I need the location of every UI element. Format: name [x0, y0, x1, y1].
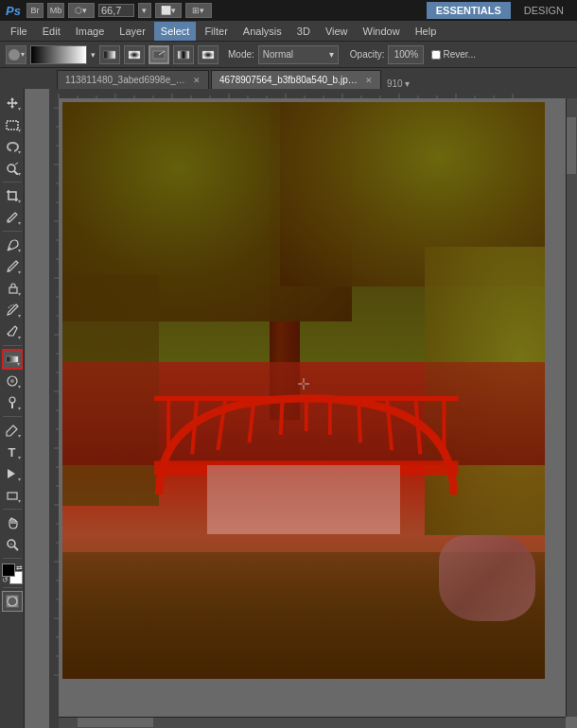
mode-dropdown-arrow: ▾	[329, 49, 334, 60]
menu-analysis[interactable]: Analysis	[236, 22, 288, 41]
title-bar-icons: Br Mb ⬡▾ ▾ ⬜▾ ⊞▾	[26, 3, 212, 18]
tool-gradient[interactable]: ▾	[2, 349, 23, 370]
svg-rect-6	[7, 121, 18, 130]
ruler-horizontal	[49, 89, 577, 98]
gradient-angle-btn[interactable]	[149, 45, 169, 64]
tool-marquee[interactable]: ▾	[2, 114, 23, 135]
tool-blur[interactable]: ▾	[2, 371, 23, 391]
svg-point-18	[9, 397, 15, 403]
gradient-linear-btn[interactable]	[99, 45, 120, 64]
menu-window[interactable]: Window	[357, 22, 407, 41]
tab-second-image[interactable]: 4678907564_b3fb80a540_b.jpg @ 66,7% (Qui…	[211, 70, 381, 89]
mode-select[interactable]: Normal ▾	[258, 45, 339, 64]
workspace-icon[interactable]: ⬡▾	[68, 3, 95, 18]
tabs-bar: 113811480_3abed6998e_z.jpg ✕ 4678907564_…	[0, 68, 577, 89]
ps-logo: Ps	[6, 4, 21, 18]
bridge-btn[interactable]: Br	[26, 3, 44, 18]
gradient-preset[interactable]	[30, 45, 87, 64]
toolbar-divider-2	[3, 231, 22, 232]
dodge-tool-arrow: ▾	[18, 405, 21, 411]
zoom-dropdown[interactable]: ▾	[138, 3, 151, 18]
blur-tool-arrow: ▾	[18, 383, 21, 390]
main-area: ▾ ▾ ▾ ▾ ▾ ▾ ▾	[0, 89, 577, 728]
gradient-diamond-btn[interactable]	[198, 45, 219, 64]
path-select-tool-arrow: ▾	[18, 476, 21, 482]
scrollbar-v-thumb[interactable]	[567, 117, 576, 174]
tool-dodge[interactable]: ▾	[2, 392, 23, 413]
tool-lasso[interactable]: ▾	[2, 136, 23, 157]
scrollbar-h-thumb[interactable]	[78, 718, 153, 727]
tool-crop[interactable]: ▾	[2, 185, 23, 206]
mode-value: Normal	[263, 49, 293, 60]
stamp-tool-arrow: ▾	[18, 290, 21, 297]
tool-quickmask[interactable]	[2, 591, 23, 612]
opacity-value[interactable]: 100%	[388, 45, 424, 64]
toolbar-divider-4	[3, 416, 22, 417]
gradient-dropdown-arrow[interactable]: ▾	[91, 50, 96, 60]
tool-quick-select[interactable]: ▾	[2, 158, 23, 179]
svg-point-7	[8, 165, 15, 172]
minibridge-btn[interactable]: Mb	[47, 3, 64, 18]
tool-shape[interactable]: ▾	[2, 485, 23, 506]
tool-zoom[interactable]: +	[2, 534, 23, 555]
title-bar-right: ESSENTIALS DESIGN	[427, 2, 571, 19]
gradient-radial-btn[interactable]	[124, 45, 145, 64]
tab-second-label: 4678907564_b3fb80a540_b.jpg @ 66,7% (Qui…	[219, 75, 360, 85]
extra-controls[interactable]: ⊞▾	[185, 3, 212, 18]
canvas-wrapper	[62, 102, 545, 679]
image-background	[62, 102, 545, 679]
marquee-tool-arrow: ▾	[18, 127, 21, 133]
menu-edit[interactable]: Edit	[36, 22, 67, 41]
menu-3d[interactable]: 3D	[290, 22, 317, 41]
scrollbar-horizontal[interactable]	[59, 717, 566, 728]
menu-select[interactable]: Select	[154, 22, 197, 41]
swap-colors-icon[interactable]: ⇄	[16, 563, 23, 572]
reverse-option: Rever...	[431, 49, 475, 60]
reverse-label: Rever...	[443, 49, 475, 60]
canvas-area	[25, 89, 577, 728]
tab-first-close[interactable]: ✕	[193, 76, 201, 85]
ruler-vertical	[49, 98, 59, 728]
tool-brush[interactable]: ▾	[2, 256, 23, 277]
tab-first-image[interactable]: 113811480_3abed6998e_z.jpg ✕	[57, 70, 209, 89]
menu-layer[interactable]: Layer	[113, 22, 152, 41]
svg-point-17	[10, 379, 14, 383]
tool-hand[interactable]	[2, 512, 23, 533]
tool-stamp[interactable]: ▾	[2, 278, 23, 299]
tool-spot-heal[interactable]: ▾	[2, 234, 23, 255]
tab-second-close[interactable]: ✕	[365, 76, 373, 85]
menu-view[interactable]: View	[319, 22, 355, 41]
screen-mode-icon[interactable]: ⬜▾	[155, 3, 182, 18]
menu-help[interactable]: Help	[409, 22, 444, 41]
type-tool-arrow: ▾	[18, 454, 21, 460]
svg-line-11	[8, 248, 10, 251]
menu-filter[interactable]: Filter	[198, 22, 234, 41]
design-button[interactable]: DESIGN	[516, 2, 571, 19]
essentials-button[interactable]: ESSENTIALS	[427, 2, 511, 19]
tool-type[interactable]: T ▾	[2, 442, 23, 462]
waterfall	[207, 465, 400, 534]
reverse-checkbox[interactable]	[431, 50, 441, 60]
tab-overflow[interactable]: 910 ▾	[387, 78, 410, 89]
svg-rect-4	[178, 51, 189, 59]
reset-colors-icon[interactable]: ↺	[2, 576, 9, 584]
scrollbar-vertical[interactable]	[566, 98, 577, 717]
zoom-input[interactable]	[98, 4, 134, 17]
brush-preset-picker[interactable]: ▾	[6, 45, 26, 64]
eyedropper-tool-arrow: ▾	[18, 219, 21, 226]
menu-image[interactable]: Image	[69, 22, 112, 41]
svg-line-95	[415, 398, 420, 454]
tool-pen[interactable]: ▾	[2, 420, 23, 441]
tool-eraser[interactable]: ▾	[2, 321, 23, 342]
spot-heal-tool-arrow: ▾	[18, 247, 21, 253]
tool-history[interactable]: ▾	[2, 300, 23, 321]
canvas-image[interactable]	[62, 102, 545, 679]
gradient-reflected-btn[interactable]	[173, 45, 194, 64]
tool-eyedropper[interactable]: ▾	[2, 207, 23, 228]
tool-path-select[interactable]: ▾	[2, 463, 23, 484]
tool-move[interactable]: ▾	[2, 93, 23, 113]
menu-file[interactable]: File	[4, 22, 34, 41]
foreground-color-swatch[interactable]	[2, 563, 15, 577]
toolbar: ▾ ▾ ▾ ▾ ▾ ▾ ▾	[0, 89, 25, 728]
svg-line-87	[192, 398, 197, 454]
